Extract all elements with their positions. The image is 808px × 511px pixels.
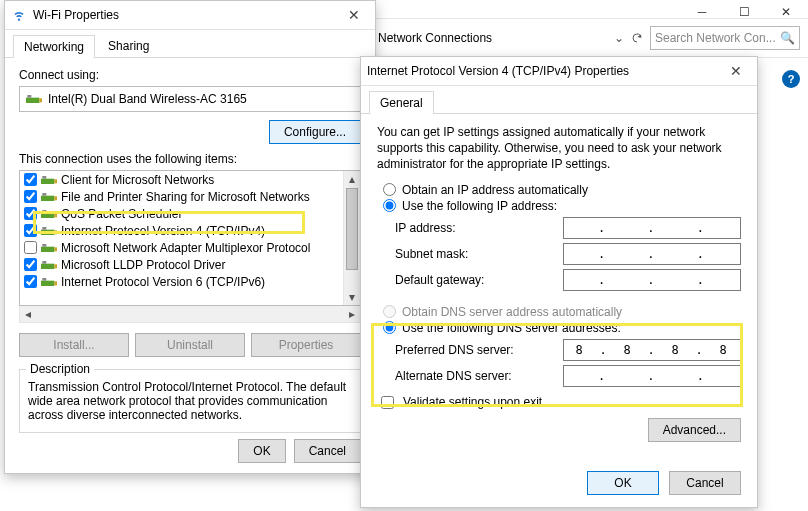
- radio-static-ip-label: Use the following IP address:: [402, 199, 557, 213]
- preferred-dns-input[interactable]: 8.8.8.8: [563, 339, 741, 361]
- list-item[interactable]: Internet Protocol Version 6 (TCP/IPv6): [20, 273, 343, 290]
- install-button[interactable]: Install...: [19, 333, 129, 357]
- intro-text: You can get IP settings assigned automat…: [377, 124, 741, 173]
- svg-rect-18: [41, 263, 54, 268]
- scroll-up-icon[interactable]: ▴: [344, 171, 360, 187]
- window-title: Wi-Fi Properties: [33, 8, 339, 22]
- alternate-dns-input[interactable]: ...: [563, 365, 741, 387]
- tab-general[interactable]: General: [369, 91, 434, 114]
- list-item[interactable]: Microsoft Network Adapter Multiplexor Pr…: [20, 239, 343, 256]
- scroll-down-icon[interactable]: ▾: [344, 289, 360, 305]
- list-item[interactable]: Client for Microsoft Networks: [20, 171, 343, 188]
- svg-rect-6: [41, 195, 54, 200]
- svg-rect-20: [54, 264, 57, 268]
- protocol-icon: [41, 208, 57, 220]
- configure-button[interactable]: Configure...: [269, 120, 361, 144]
- radio-auto-ip-label: Obtain an IP address automatically: [402, 183, 588, 197]
- protocol-listbox[interactable]: Client for Microsoft NetworksFile and Pr…: [19, 170, 361, 306]
- close-icon[interactable]: ✕: [339, 7, 369, 23]
- list-item[interactable]: Microsoft LLDP Protocol Driver: [20, 256, 343, 273]
- protocol-icon: [41, 174, 57, 186]
- svg-rect-9: [41, 212, 54, 217]
- radio-static-ip[interactable]: [383, 199, 396, 212]
- svg-rect-17: [54, 247, 57, 251]
- gateway-input[interactable]: ...: [563, 269, 741, 291]
- properties-button[interactable]: Properties: [251, 333, 361, 357]
- tab-networking[interactable]: Networking: [13, 35, 95, 58]
- search-input[interactable]: Search Network Con... 🔍: [650, 26, 800, 50]
- ok-button[interactable]: OK: [238, 439, 285, 463]
- breadcrumb-bar: › Network Connections ⌄ Search Network C…: [360, 18, 808, 58]
- validate-label: Validate settings upon exit: [403, 395, 542, 409]
- ok-button[interactable]: OK: [587, 471, 659, 495]
- protocol-icon: [41, 225, 57, 237]
- description-group: Description Transmission Control Protoco…: [19, 369, 361, 433]
- description-text: Transmission Control Protocol/Internet P…: [28, 380, 352, 422]
- protocol-checkbox[interactable]: [24, 241, 37, 254]
- radio-auto-ip[interactable]: [383, 183, 396, 196]
- svg-rect-19: [42, 261, 46, 264]
- adapter-icon: [26, 93, 42, 105]
- svg-rect-0: [26, 98, 39, 103]
- protocol-label: Microsoft Network Adapter Multiplexor Pr…: [61, 241, 310, 255]
- help-icon[interactable]: ?: [782, 70, 800, 88]
- connect-using-label: Connect using:: [19, 68, 361, 82]
- ipv4-properties-window: Internet Protocol Version 4 (TCP/IPv4) P…: [360, 56, 758, 508]
- adapter-box[interactable]: Intel(R) Dual Band Wireless-AC 3165: [19, 86, 361, 112]
- svg-rect-16: [42, 244, 46, 247]
- close-icon[interactable]: ✕: [721, 63, 751, 79]
- protocol-icon: [41, 191, 57, 203]
- tab-sharing[interactable]: Sharing: [97, 34, 160, 57]
- refresh-icon[interactable]: [630, 31, 644, 45]
- horizontal-scrollbar[interactable]: ◂ ▸: [19, 306, 361, 323]
- svg-rect-15: [41, 246, 54, 251]
- radio-static-dns[interactable]: [383, 321, 396, 334]
- validate-checkbox[interactable]: [381, 396, 394, 409]
- svg-rect-23: [54, 281, 57, 285]
- svg-rect-8: [54, 196, 57, 200]
- protocol-label: File and Printer Sharing for Microsoft N…: [61, 190, 310, 204]
- items-label: This connection uses the following items…: [19, 152, 361, 166]
- svg-rect-3: [41, 178, 54, 183]
- cancel-button[interactable]: Cancel: [669, 471, 741, 495]
- window-title: Internet Protocol Version 4 (TCP/IPv4) P…: [367, 64, 721, 78]
- svg-rect-7: [42, 193, 46, 196]
- breadcrumb-text[interactable]: Network Connections: [378, 31, 492, 45]
- scroll-left-icon[interactable]: ◂: [20, 306, 36, 322]
- preferred-dns-label: Preferred DNS server:: [395, 343, 563, 357]
- titlebar[interactable]: Internet Protocol Version 4 (TCP/IPv4) P…: [361, 57, 757, 86]
- radio-static-dns-label: Use the following DNS server addresses:: [402, 321, 621, 335]
- scroll-right-icon[interactable]: ▸: [344, 306, 360, 322]
- protocol-checkbox[interactable]: [24, 190, 37, 203]
- dropdown-arrow-icon[interactable]: ⌄: [614, 31, 624, 45]
- wifi-icon: [11, 7, 27, 23]
- ip-address-label: IP address:: [395, 221, 563, 235]
- ip-address-input[interactable]: ...: [563, 217, 741, 239]
- protocol-checkbox[interactable]: [24, 173, 37, 186]
- list-item[interactable]: File and Printer Sharing for Microsoft N…: [20, 188, 343, 205]
- protocol-checkbox[interactable]: [24, 275, 37, 288]
- description-legend: Description: [26, 362, 94, 376]
- protocol-label: Client for Microsoft Networks: [61, 173, 214, 187]
- protocol-checkbox[interactable]: [24, 207, 37, 220]
- radio-auto-dns: [383, 305, 396, 318]
- subnet-mask-label: Subnet mask:: [395, 247, 563, 261]
- scroll-thumb[interactable]: [346, 188, 358, 270]
- list-item[interactable]: QoS Packet Scheduler: [20, 205, 343, 222]
- protocol-label: Internet Protocol Version 6 (TCP/IPv6): [61, 275, 265, 289]
- uninstall-button[interactable]: Uninstall: [135, 333, 245, 357]
- advanced-button[interactable]: Advanced...: [648, 418, 741, 442]
- list-item[interactable]: Internet Protocol Version 4 (TCP/IPv4): [20, 222, 343, 239]
- search-placeholder: Search Network Con...: [655, 31, 776, 45]
- svg-rect-10: [42, 210, 46, 213]
- protocol-icon: [41, 276, 57, 288]
- svg-rect-2: [39, 98, 42, 102]
- radio-auto-dns-label: Obtain DNS server address automatically: [402, 305, 622, 319]
- protocol-checkbox[interactable]: [24, 258, 37, 271]
- vertical-scrollbar[interactable]: ▴ ▾: [343, 171, 360, 305]
- svg-rect-11: [54, 213, 57, 217]
- cancel-button[interactable]: Cancel: [294, 439, 361, 463]
- subnet-mask-input[interactable]: ...: [563, 243, 741, 265]
- titlebar[interactable]: Wi-Fi Properties ✕: [5, 1, 375, 30]
- protocol-checkbox[interactable]: [24, 224, 37, 237]
